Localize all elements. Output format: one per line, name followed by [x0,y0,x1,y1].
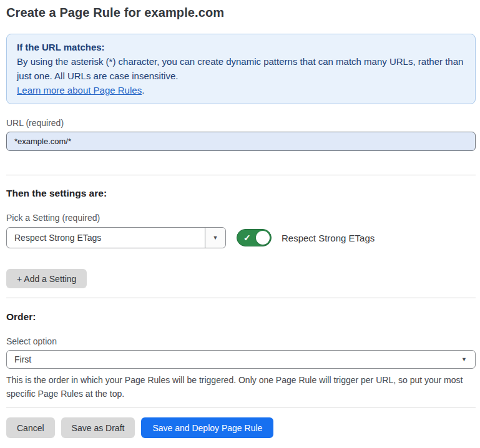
info-box-heading: If the URL matches: [17,40,465,54]
info-box-body: By using the asterisk (*) character, you… [17,54,464,83]
cancel-button[interactable]: Cancel [6,417,55,438]
check-icon: ✓ [243,233,251,243]
save-draft-button[interactable]: Save as Draft [61,417,135,438]
save-deploy-button[interactable]: Save and Deploy Page Rule [141,417,273,438]
url-match-info-box: If the URL matches: By using the asteris… [6,34,476,104]
create-page-rule-form: Create a Page Rule for example.com If th… [0,0,480,438]
url-label: URL (required) [6,118,476,128]
footer-actions: Cancel Save as Draft Save and Deploy Pag… [6,417,476,438]
pick-setting-label: Pick a Setting (required) [6,213,476,223]
order-select-label: Select option [6,336,476,346]
divider [6,298,476,298]
toggle-knob [256,231,270,245]
toggle-label: Respect Strong ETags [282,233,375,243]
setting-row: Respect Strong ETags ▼ ✓ Respect Strong … [6,227,476,248]
divider [6,407,476,407]
order-help-text: This is the order in which your Page Rul… [6,373,471,401]
setting-select[interactable]: Respect Strong ETags ▼ [6,227,226,248]
add-setting-button[interactable]: + Add a Setting [6,269,87,288]
chevron-down-icon: ▼ [213,235,218,241]
link-period: . [142,85,144,95]
order-heading: Order: [6,311,476,323]
settings-heading: Then the settings are: [6,188,476,199]
chevron-down-icon: ▼ [461,357,467,363]
setting-select-arrow-button[interactable]: ▼ [205,228,225,248]
learn-more-link[interactable]: Learn more about Page Rules [17,85,142,95]
order-select[interactable]: First ▼ [6,350,476,369]
info-box-link-line: Learn more about Page Rules. [17,83,465,97]
setting-toggle[interactable]: ✓ [237,229,272,246]
page-title: Create a Page Rule for example.com [6,0,476,20]
setting-select-value: Respect Strong ETags [7,233,205,243]
order-select-value: First [7,354,461,364]
divider [6,175,476,175]
url-input[interactable] [6,132,476,151]
